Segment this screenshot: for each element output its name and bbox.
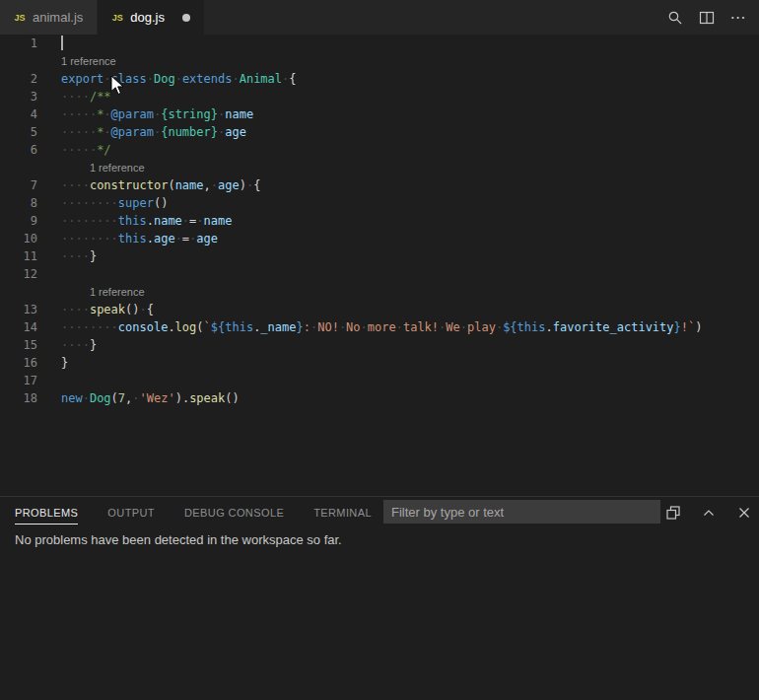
- code-line[interactable]: 7····constructor(name,·age)·{: [0, 176, 759, 194]
- panel-tab-output[interactable]: OUTPUT: [107, 501, 155, 524]
- tab-label: dog.js: [130, 10, 165, 25]
- code-token: NO!: [317, 320, 339, 334]
- code-token: name: [225, 107, 253, 121]
- code-line[interactable]: 2export·class·Dog·extends·Animal·{: [0, 70, 759, 88]
- code-token: this: [118, 232, 147, 245]
- code-token: (: [111, 391, 118, 405]
- code-token: ·: [104, 125, 110, 139]
- code-line[interactable]: 17: [0, 372, 759, 389]
- code-token: this: [518, 320, 546, 334]
- code-token: (): [154, 196, 168, 210]
- close-panel-icon[interactable]: [735, 504, 753, 522]
- code-token: 7: [118, 391, 125, 405]
- panel-actions: [664, 497, 753, 527]
- panel-body: No problems have been detected in the wo…: [0, 527, 759, 552]
- panel-tab-terminal[interactable]: TERMINAL: [313, 501, 372, 524]
- tab-animal-js[interactable]: JS animal.js: [0, 0, 98, 35]
- line-number: 12: [0, 265, 37, 283]
- code-token: export: [61, 72, 104, 86]
- editor-rows: 11 reference2export·class·Dog·extends·An…: [0, 35, 759, 407]
- panel-tab-problems[interactable]: PROBLEMS: [15, 501, 78, 525]
- code-token: this: [225, 320, 253, 334]
- code-token: {string}: [161, 107, 218, 121]
- code-token: _name: [260, 320, 296, 334]
- code-token: ·: [104, 72, 110, 86]
- line-number: 5: [0, 123, 37, 141]
- code-token: extends: [182, 72, 233, 86]
- codelens-row: 1 reference: [0, 283, 759, 301]
- code-token: (): [225, 391, 239, 405]
- code-token: ·: [175, 72, 182, 86]
- code-line[interactable]: 4·····*·@param·{string}·name: [0, 105, 759, 123]
- code-token: talk!: [403, 320, 439, 334]
- code-token: ·: [132, 391, 139, 405]
- code-line[interactable]: 16}: [0, 354, 759, 372]
- code-line[interactable]: 8········super(): [0, 194, 759, 212]
- line-number: 4: [0, 105, 37, 123]
- code-token: ·: [211, 178, 218, 192]
- code-token: ········: [61, 196, 118, 210]
- editor-actions: ⋯: [666, 0, 759, 35]
- code-line[interactable]: 12: [0, 265, 759, 283]
- line-number: [0, 52, 37, 70]
- code-token: class: [111, 72, 147, 86]
- code-line[interactable]: 10········this.age·=·age: [0, 230, 759, 247]
- problems-filter-input[interactable]: [383, 500, 660, 524]
- code-token: favorite_activity: [553, 320, 674, 334]
- code-line[interactable]: 3····/**: [0, 88, 759, 105]
- code-token: `: [204, 320, 211, 334]
- code-token: */: [97, 143, 110, 157]
- code-token: ·: [232, 72, 239, 86]
- tab-dog-js[interactable]: JS dog.js: [98, 0, 205, 35]
- collapse-all-icon[interactable]: [664, 504, 682, 522]
- chevron-up-icon[interactable]: [700, 504, 718, 522]
- panel-tab-debug-console[interactable]: DEBUG CONSOLE: [184, 501, 284, 524]
- code-token: ········: [61, 214, 118, 228]
- code-line[interactable]: 9········this.name·=·name: [0, 212, 759, 230]
- code-line[interactable]: 15····}: [0, 336, 759, 354]
- code-token: .: [168, 320, 174, 334]
- code-token: speak: [189, 391, 225, 405]
- line-number: 14: [0, 318, 37, 336]
- code-token: Dog: [154, 72, 175, 86]
- line-number: 18: [0, 389, 37, 407]
- code-token: Animal: [240, 72, 282, 86]
- bottom-panel: PROBLEMS OUTPUT DEBUG CONSOLE TERMINAL N…: [0, 496, 759, 700]
- code-token: (: [168, 178, 174, 192]
- search-icon[interactable]: [666, 9, 684, 27]
- code-token: ): [240, 178, 246, 192]
- code-line[interactable]: 1: [0, 35, 759, 52]
- codelens-link[interactable]: 1 reference: [90, 159, 145, 176]
- more-actions-icon[interactable]: ⋯: [729, 9, 747, 27]
- code-line[interactable]: 18new·Dog(7,·'Wez').speak(): [0, 389, 759, 407]
- code-line[interactable]: 6·····*/: [0, 141, 759, 159]
- code-token: ·: [361, 320, 368, 334]
- javascript-file-icon: JS: [109, 13, 125, 23]
- codelens-link[interactable]: 1 reference: [90, 283, 145, 301]
- code-token: }: [90, 338, 97, 352]
- code-token: {: [253, 178, 260, 192]
- unsaved-changes-icon[interactable]: [182, 14, 190, 22]
- line-number: 7: [0, 176, 37, 194]
- line-number: [0, 283, 37, 301]
- code-token: ·····: [61, 125, 97, 139]
- code-token: ·····: [61, 107, 97, 121]
- code-token: 'Wez': [140, 391, 175, 405]
- codelens-row: 1 reference: [0, 159, 759, 176]
- editor[interactable]: 11 reference2export·class·Dog·extends·An…: [0, 35, 759, 496]
- code-line[interactable]: 14········console.log(`${this._name}:·NO…: [0, 318, 759, 336]
- line-number: 2: [0, 70, 37, 88]
- code-line[interactable]: 11····}: [0, 247, 759, 265]
- code-token: age: [225, 125, 246, 139]
- code-token: name: [154, 214, 182, 228]
- code-token: console: [118, 320, 169, 334]
- code-line[interactable]: 5·····*·@param·{number}·age: [0, 123, 759, 141]
- code-token: ): [175, 391, 182, 405]
- split-editor-icon[interactable]: [698, 9, 716, 27]
- code-token: .: [545, 320, 552, 334]
- codelens-link[interactable]: 1 reference: [61, 52, 116, 70]
- line-number: 10: [0, 230, 37, 247]
- code-line[interactable]: 13····speak()·{: [0, 301, 759, 318]
- code-token: ····: [61, 90, 90, 104]
- code-token: this: [118, 214, 147, 228]
